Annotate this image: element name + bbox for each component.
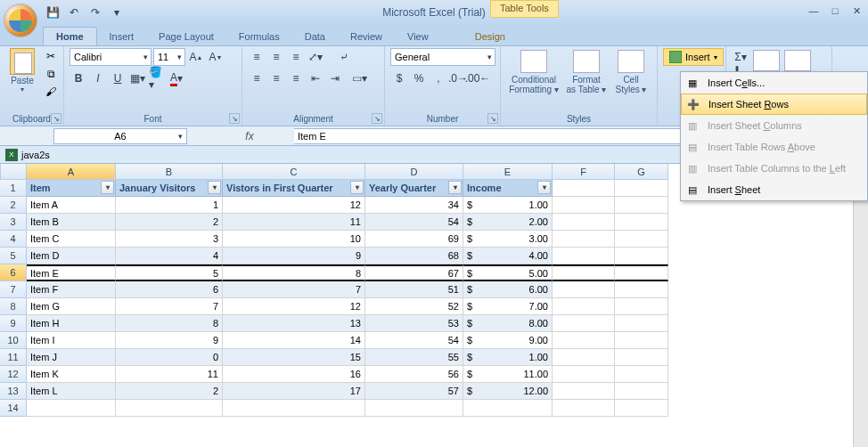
- cell[interactable]: 11: [116, 366, 223, 383]
- align-center-button[interactable]: ≡: [267, 69, 285, 87]
- col-header-e[interactable]: E: [463, 164, 553, 180]
- cell[interactable]: [553, 298, 615, 315]
- cell[interactable]: Item G: [27, 298, 116, 315]
- cell[interactable]: [553, 383, 615, 400]
- menu-insert-cells[interactable]: ▦Insert Cells...: [681, 72, 867, 93]
- cell[interactable]: [553, 332, 615, 349]
- cell[interactable]: $7.00: [463, 298, 553, 315]
- cell[interactable]: 17: [223, 383, 365, 400]
- paste-button[interactable]: Paste ▾: [5, 48, 39, 93]
- cell[interactable]: 52: [365, 298, 463, 315]
- comma-button[interactable]: ,: [430, 69, 447, 87]
- row-header[interactable]: 3: [0, 214, 27, 231]
- tab-home[interactable]: Home: [43, 27, 97, 45]
- align-middle-button[interactable]: ≡: [267, 48, 285, 66]
- name-box[interactable]: A6: [53, 128, 187, 144]
- cell[interactable]: [553, 248, 615, 264]
- cell[interactable]: 9: [116, 332, 223, 349]
- cell[interactable]: [553, 197, 615, 214]
- cell[interactable]: $2.00: [463, 214, 553, 231]
- cell[interactable]: [615, 231, 668, 248]
- cell[interactable]: 2: [116, 214, 223, 231]
- row-header[interactable]: 11: [0, 349, 27, 366]
- number-format-combo[interactable]: General: [390, 48, 495, 66]
- bold-button[interactable]: B: [70, 69, 87, 87]
- grow-font-button[interactable]: A▲: [187, 48, 205, 66]
- cell[interactable]: Item H: [27, 315, 116, 332]
- insert-split-button[interactable]: Insert ▾: [663, 48, 724, 66]
- cell[interactable]: [553, 214, 615, 231]
- cell[interactable]: [615, 383, 668, 400]
- border-button[interactable]: ▦▾: [128, 69, 146, 87]
- cell[interactable]: 12: [223, 197, 365, 214]
- cell[interactable]: Item E: [27, 264, 116, 281]
- fx-button[interactable]: fx: [241, 130, 258, 142]
- minimize-button[interactable]: —: [806, 4, 822, 18]
- cell[interactable]: 7: [223, 281, 365, 298]
- cell[interactable]: [553, 281, 615, 298]
- cell[interactable]: [553, 231, 615, 248]
- cell[interactable]: 7: [116, 298, 223, 315]
- font-color-button[interactable]: A▾: [168, 69, 185, 87]
- cell[interactable]: 0: [116, 349, 223, 366]
- col-header-a[interactable]: A: [27, 164, 116, 180]
- align-right-button[interactable]: ≡: [287, 69, 305, 87]
- font-launcher[interactable]: ↘: [229, 113, 240, 124]
- office-button[interactable]: [4, 4, 37, 37]
- cell[interactable]: [615, 264, 668, 281]
- cell[interactable]: [615, 400, 668, 417]
- conditional-formatting-button[interactable]: Conditional Formatting ▾: [506, 48, 561, 94]
- format-painter-icon[interactable]: 🖌: [42, 84, 60, 100]
- row-header[interactable]: 12: [0, 366, 27, 383]
- cell[interactable]: 67: [365, 264, 463, 281]
- cell[interactable]: 11: [223, 214, 365, 231]
- font-name-combo[interactable]: Calibri: [70, 48, 151, 66]
- cell[interactable]: 56: [365, 366, 463, 383]
- cell[interactable]: [615, 366, 668, 383]
- undo-icon[interactable]: ↶: [64, 4, 84, 21]
- cell[interactable]: Item J: [27, 349, 116, 366]
- cell[interactable]: 53: [365, 315, 463, 332]
- cell[interactable]: 14: [223, 332, 365, 349]
- cell[interactable]: $8.00: [463, 315, 553, 332]
- cell[interactable]: 54: [365, 332, 463, 349]
- cell[interactable]: $5.00: [463, 264, 553, 281]
- cell[interactable]: [553, 349, 615, 366]
- tab-insert[interactable]: Insert: [97, 28, 147, 45]
- row-header[interactable]: 4: [0, 231, 27, 248]
- maximize-button[interactable]: □: [827, 4, 843, 18]
- cell[interactable]: 4: [116, 248, 223, 264]
- italic-button[interactable]: I: [89, 69, 107, 87]
- cell[interactable]: [615, 197, 668, 214]
- row-header[interactable]: 13: [0, 383, 27, 400]
- close-button[interactable]: ✕: [848, 4, 864, 18]
- cell[interactable]: 51: [365, 281, 463, 298]
- cell[interactable]: $11.00: [463, 366, 553, 383]
- tab-formulas[interactable]: Formulas: [226, 28, 292, 45]
- col-header-b[interactable]: B: [116, 164, 223, 180]
- cell[interactable]: [553, 400, 615, 417]
- row-header[interactable]: 2: [0, 197, 27, 214]
- cell[interactable]: [27, 400, 116, 417]
- row-header[interactable]: 7: [0, 281, 27, 298]
- cell[interactable]: [116, 400, 223, 417]
- cell[interactable]: [615, 315, 668, 332]
- cell[interactable]: 3: [116, 231, 223, 248]
- cell[interactable]: Item L: [27, 383, 116, 400]
- cell[interactable]: 55: [365, 349, 463, 366]
- save-icon[interactable]: 💾: [43, 4, 62, 21]
- tab-view[interactable]: View: [395, 28, 441, 45]
- row-header-14[interactable]: 14: [0, 400, 27, 417]
- cell[interactable]: Item C: [27, 231, 116, 248]
- tab-page-layout[interactable]: Page Layout: [146, 28, 226, 45]
- cell[interactable]: 57: [365, 383, 463, 400]
- menu-insert-sheet-rows[interactable]: ➕Insert Sheet Rows: [681, 93, 867, 115]
- wrap-text-button[interactable]: ⤶: [326, 48, 362, 66]
- cell[interactable]: [463, 400, 553, 417]
- cell[interactable]: [615, 298, 668, 315]
- cell[interactable]: $1.00: [463, 197, 553, 214]
- cell[interactable]: 15: [223, 349, 365, 366]
- cell[interactable]: 68: [365, 248, 463, 264]
- row-header[interactable]: 10: [0, 332, 27, 349]
- cell[interactable]: 13: [223, 315, 365, 332]
